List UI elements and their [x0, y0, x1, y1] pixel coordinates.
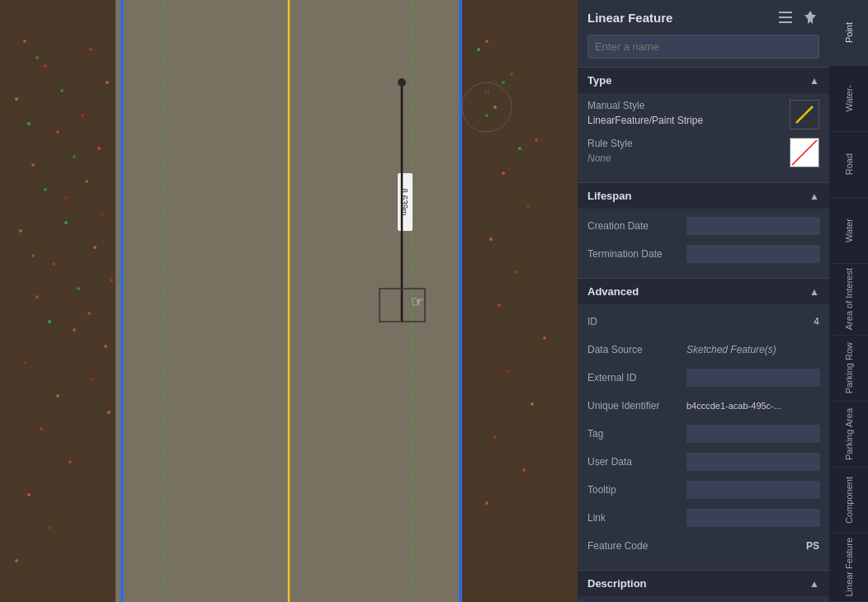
manual-style-preview[interactable] — [790, 100, 819, 129]
side-tabs: Point Water- Road Water Area of Interest… — [829, 0, 868, 602]
svg-point-63 — [485, 40, 488, 43]
svg-line-94 — [792, 140, 817, 165]
svg-point-53 — [255, 362, 257, 364]
menu-icon[interactable] — [776, 8, 795, 26]
termination-date-input[interactable] — [686, 245, 820, 263]
svg-point-15 — [19, 229, 22, 233]
link-label: Link — [587, 512, 686, 524]
creation-date-row: Creation Date — [587, 215, 819, 237]
tab-water-minus[interactable]: Water- — [829, 66, 868, 132]
svg-point-14 — [64, 196, 68, 200]
manual-style-label: Manual Style — [587, 100, 703, 111]
tag-input[interactable] — [686, 425, 820, 443]
svg-point-59 — [346, 172, 348, 175]
rule-style-value: None — [587, 153, 633, 164]
tab-area-of-interest[interactable]: Area of Interest — [829, 264, 868, 336]
advanced-section-content: ID 4 Data Source Sketched Feature(s) Ext… — [578, 304, 829, 570]
svg-point-77 — [485, 501, 488, 505]
feature-code-value: PS — [806, 540, 819, 552]
tab-road-label: Road — [844, 147, 854, 181]
svg-point-70 — [514, 270, 517, 274]
lifespan-chevron-icon: ▲ — [809, 190, 819, 202]
tab-water[interactable]: Water — [829, 198, 868, 264]
tag-row: Tag — [587, 423, 819, 444]
svg-point-12 — [56, 130, 59, 134]
tooltip-input[interactable] — [686, 481, 820, 499]
id-label: ID — [587, 316, 686, 327]
advanced-section-header[interactable]: Advanced ▲ — [578, 278, 829, 304]
type-section-header[interactable]: Type ▲ — [578, 67, 829, 93]
panel-header-icons — [776, 8, 819, 26]
lifespan-section-header[interactable]: Lifespan ▲ — [578, 182, 829, 209]
tab-component-label: Component — [844, 470, 854, 530]
svg-point-21 — [40, 427, 43, 430]
tag-label: Tag — [587, 428, 686, 440]
tab-road[interactable]: Road — [829, 132, 868, 198]
id-value: 4 — [686, 316, 819, 327]
svg-text:☞: ☞ — [411, 294, 424, 310]
svg-point-27 — [106, 81, 109, 84]
svg-point-61 — [337, 271, 340, 274]
svg-point-49 — [222, 164, 224, 167]
svg-point-23 — [27, 493, 31, 496]
svg-point-11 — [15, 97, 18, 101]
svg-point-34 — [87, 312, 91, 315]
termination-date-label: Termination Date — [587, 248, 686, 260]
svg-point-32 — [93, 246, 97, 249]
manual-style-sub: LinearFeature/Paint Stripe — [587, 115, 703, 126]
svg-point-37 — [107, 411, 111, 414]
unique-identifier-row: Unique Identifier b4cccde1-acab-495c-... — [587, 395, 819, 416]
svg-point-65 — [493, 106, 497, 109]
tab-linear-feature-label: Linear Feature — [844, 531, 854, 602]
svg-point-31 — [101, 213, 105, 216]
svg-text:N: N — [484, 88, 490, 96]
svg-point-60 — [321, 222, 323, 224]
svg-point-47 — [205, 73, 208, 76]
external-id-input[interactable] — [686, 369, 820, 387]
map-canvas[interactable]: 8.639m ☞ N — [0, 0, 578, 602]
svg-point-55 — [271, 461, 274, 463]
svg-point-25 — [15, 559, 18, 562]
lifespan-section-content: Creation Date Termination Date — [578, 209, 829, 278]
svg-point-62 — [325, 321, 328, 323]
panel-header: Linear Feature — [578, 0, 829, 31]
svg-point-51 — [238, 263, 241, 266]
pin-icon[interactable] — [801, 8, 819, 26]
tab-linear-feature[interactable]: Linear Feature — [829, 534, 868, 602]
svg-point-50 — [263, 214, 266, 216]
svg-point-74 — [531, 402, 534, 406]
svg-point-36 — [91, 378, 94, 381]
tab-water-label: Water — [844, 212, 854, 249]
tab-point-label: Point — [844, 16, 854, 49]
svg-point-64 — [510, 73, 513, 76]
panel-title: Linear Feature — [587, 11, 672, 25]
tab-parking-area-label: Parking Area — [844, 402, 854, 467]
feature-name-input[interactable] — [587, 35, 819, 59]
unique-identifier-label: Unique Identifier — [587, 400, 686, 412]
svg-point-81 — [518, 147, 521, 150]
link-input[interactable] — [686, 509, 820, 527]
rule-style-row: Rule Style None — [587, 138, 819, 167]
svg-point-30 — [85, 180, 88, 183]
svg-rect-92 — [779, 21, 792, 23]
creation-date-label: Creation Date — [587, 220, 686, 232]
rule-style-preview[interactable] — [790, 138, 819, 167]
description-chevron-icon: ▲ — [809, 578, 819, 590]
svg-point-38 — [35, 56, 39, 59]
svg-point-43 — [64, 221, 68, 224]
creation-date-input[interactable] — [686, 217, 820, 235]
svg-point-56 — [222, 510, 224, 513]
rule-style-label: Rule Style — [587, 138, 633, 149]
tab-parking-row[interactable]: Parking Row — [829, 336, 868, 402]
lifespan-section-title: Lifespan — [587, 190, 631, 202]
link-row: Link — [587, 507, 819, 529]
tab-parking-area[interactable]: Parking Area — [829, 402, 868, 468]
type-labels: Manual Style LinearFeature/Paint Stripe — [587, 100, 703, 126]
user-data-input[interactable] — [686, 453, 820, 471]
svg-point-76 — [522, 468, 526, 472]
tab-component[interactable]: Component — [829, 468, 868, 534]
svg-point-45 — [77, 287, 80, 290]
description-section-header[interactable]: Description ▲ — [578, 570, 829, 596]
tab-point[interactable]: Point — [829, 0, 868, 66]
svg-point-66 — [535, 139, 538, 142]
